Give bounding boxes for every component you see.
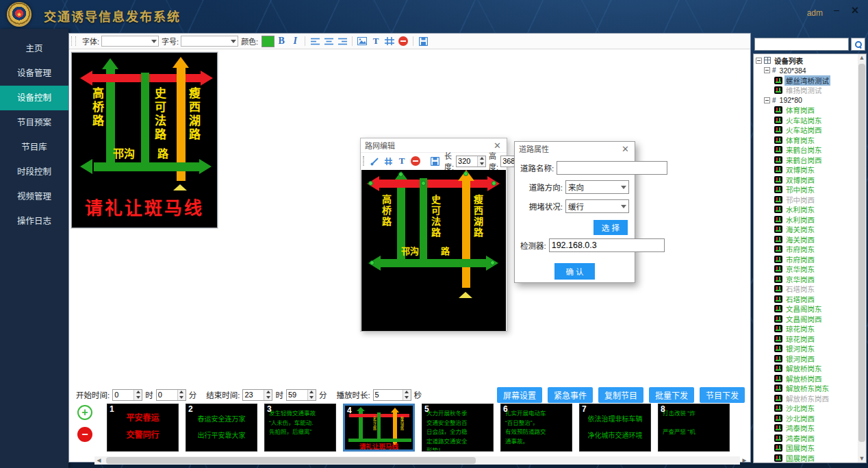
close-icon[interactable]: ✕ (620, 144, 630, 154)
tree-item[interactable]: # 文昌阁岗西 (754, 314, 858, 324)
end-minute-input[interactable] (287, 390, 307, 400)
align-center-icon[interactable] (322, 35, 335, 47)
spin-down-icon[interactable] (308, 395, 316, 400)
tree-item[interactable]: # 市府岗东 (754, 245, 858, 255)
tree-item[interactable]: # 海关岗东 (754, 225, 858, 235)
tree-item[interactable]: # 琼花岗东 (754, 324, 858, 334)
scroll-left-icon[interactable]: ◄ (94, 456, 103, 465)
text-icon[interactable]: T (370, 35, 382, 47)
road-network-icon[interactable] (383, 35, 396, 47)
action-button[interactable]: 屏幕设置 (497, 387, 542, 403)
tree-item[interactable]: # 沙北岗西 (754, 413, 858, 423)
align-right-icon[interactable] (336, 35, 348, 47)
spin-down-icon[interactable] (134, 395, 142, 400)
sidebar-item[interactable]: 视频管理 (0, 184, 68, 209)
tree-item[interactable]: # 邗中岗东 (754, 185, 858, 195)
program-thumbnail[interactable]: 8 史可法路瘦西湖路 打击改装 “炸 严查严惩 “机 (658, 404, 730, 452)
delete-icon[interactable] (409, 155, 422, 167)
line-draw-icon[interactable] (368, 155, 381, 167)
sidebar-item[interactable]: 节目预案 (0, 110, 68, 135)
action-button[interactable]: 紧急事件 (548, 387, 593, 403)
tree-item[interactable]: # 邗中岗西 (754, 195, 858, 205)
road-name-input[interactable] (557, 161, 667, 175)
control-point[interactable] (368, 181, 373, 186)
image-icon[interactable] (356, 35, 368, 47)
delete-icon[interactable] (397, 35, 409, 47)
confirm-button[interactable]: 确 认 (554, 263, 594, 280)
tree-item[interactable]: # 国展岗西 (754, 453, 858, 463)
control-point[interactable] (490, 260, 495, 265)
sidebar-item[interactable]: 节目库 (0, 135, 68, 160)
start-minute-stepper[interactable] (156, 389, 186, 401)
tree-item[interactable]: # 文昌阁岗东 (754, 304, 858, 315)
tree-item[interactable]: # 市府岗西 (754, 254, 858, 264)
sidebar-item[interactable]: 设备控制 (0, 86, 68, 110)
tree-collapse-icon[interactable] (756, 58, 762, 64)
spin-up-icon[interactable] (403, 390, 411, 395)
start-minute-input[interactable] (157, 390, 177, 400)
control-point[interactable] (492, 181, 496, 186)
close-icon[interactable]: × (847, 3, 863, 18)
save-icon[interactable] (417, 35, 429, 47)
tree-item[interactable]: # 鸿泰岗东 (754, 423, 858, 434)
program-thumbnail[interactable]: 1 史可法路瘦西湖路 平安春运 交警同行 (107, 404, 179, 452)
action-button[interactable]: 复制节目 (598, 387, 643, 403)
select-button[interactable]: 选 择 (593, 220, 628, 235)
length-input[interactable] (457, 156, 477, 167)
tree-item[interactable]: # 来鹤台岗西 (754, 155, 858, 165)
size-select[interactable] (181, 36, 238, 47)
tree-item[interactable]: # 解放桥东岗东 (754, 384, 858, 394)
scroll-up-icon[interactable]: ▲ (858, 54, 866, 62)
add-program-button[interactable]: + (77, 405, 92, 420)
tree-item[interactable]: # 海关岗西 (754, 234, 858, 245)
scroll-right-icon[interactable]: ► (740, 456, 749, 465)
tree-item[interactable]: # 石塔岗西 (754, 294, 858, 304)
align-left-icon[interactable] (309, 35, 321, 47)
tree-item[interactable]: # 体育岗东 (754, 135, 858, 145)
tree-item[interactable]: # 水利岗西 (754, 214, 858, 225)
tree-collapse-icon[interactable] (764, 97, 770, 103)
control-point[interactable] (463, 171, 468, 176)
font-select[interactable] (101, 36, 159, 47)
tree-collapse-icon[interactable] (764, 67, 770, 73)
detector-input[interactable] (549, 238, 665, 252)
control-point[interactable] (421, 181, 426, 186)
duration-stepper[interactable] (373, 389, 411, 401)
tree-item[interactable]: # 体育岗西 (754, 106, 858, 116)
action-button[interactable]: 批量下发 (649, 387, 694, 403)
spin-up-icon[interactable] (178, 390, 186, 395)
scrollbar-thumb[interactable] (858, 64, 865, 442)
tree-scrollbar[interactable]: ▲ ▼ (858, 54, 866, 463)
spin-up-icon[interactable] (264, 390, 272, 395)
playlist-horizontal-scrollbar[interactable]: ◄ ► (103, 456, 740, 465)
save-icon[interactable] (429, 155, 441, 167)
spin-up-icon[interactable] (478, 156, 485, 162)
start-hour-input[interactable] (113, 390, 133, 400)
tree-item[interactable]: # 鸿泰岗西 (754, 433, 858, 443)
tree-item[interactable]: # 银河岗东 (754, 344, 858, 354)
tree-item[interactable]: # 京华岗西 (754, 274, 858, 284)
search-button[interactable] (851, 38, 865, 51)
control-point[interactable] (398, 172, 403, 177)
minimize-icon[interactable]: − (830, 4, 843, 18)
duration-input[interactable] (374, 390, 403, 400)
length-stepper[interactable] (456, 156, 486, 167)
remove-program-button[interactable]: − (77, 427, 92, 442)
sidebar-item[interactable]: 主页 (0, 36, 68, 61)
spin-down-icon[interactable] (264, 395, 272, 400)
spin-up-icon[interactable] (308, 390, 316, 395)
tree-item[interactable]: # 解放桥岗西 (754, 373, 858, 384)
user-name[interactable]: adm (807, 8, 823, 18)
scrollbar-thumb[interactable] (106, 457, 476, 464)
end-hour-input[interactable] (243, 390, 264, 400)
device-search-input[interactable] (754, 38, 849, 51)
close-icon[interactable]: ✕ (492, 140, 502, 151)
program-thumbnail[interactable]: 6 史可法路瘦西湖路 扎实开展电动车 “百日整治”， 有效预防道路交 通事故。 (500, 404, 572, 452)
toolbar-drag-handle[interactable] (363, 156, 364, 166)
sidebar-item[interactable]: 设备管理 (0, 61, 68, 86)
end-minute-stepper[interactable] (286, 389, 316, 401)
program-thumbnail[interactable]: 5 史可法路瘦西湖路 大力开展秋冬季 交通安全整治百 日会战，全力稳 定道路交通… (422, 404, 494, 452)
spin-down-icon[interactable] (178, 395, 186, 400)
spin-down-icon[interactable] (403, 395, 411, 400)
led-sign-preview[interactable]: 高桥路 史可法路 瘦西湖路 邗沟 路 请礼让斑马线 (71, 52, 218, 228)
